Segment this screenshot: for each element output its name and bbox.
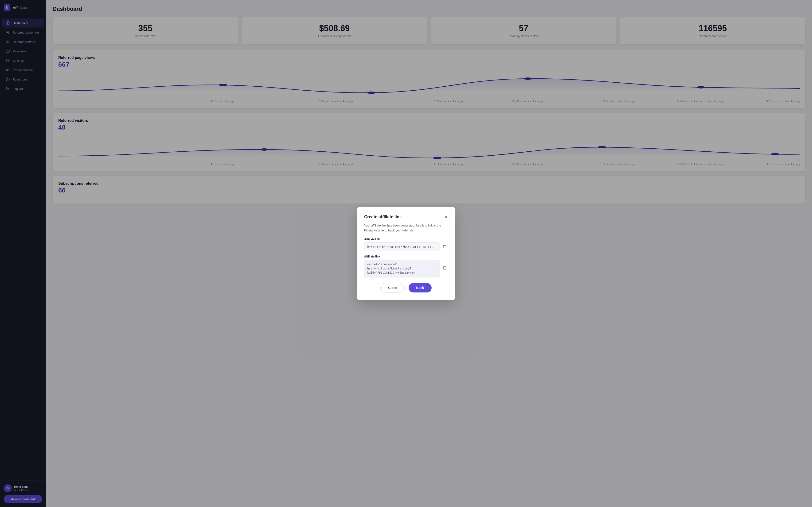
affiliate-link-field: Affiliate link	[364, 255, 448, 277]
modal-header: Create affiliate link ✕	[364, 215, 448, 219]
affiliate-link-textarea[interactable]	[364, 260, 440, 277]
copy-link-button[interactable]	[442, 265, 448, 272]
modal-backdrop[interactable]: Create affiliate link ✕ Your affiliate l…	[0, 0, 812, 507]
copy-url-button[interactable]	[442, 243, 448, 250]
create-affiliate-link-modal: Create affiliate link ✕ Your affiliate l…	[357, 207, 455, 300]
link-label: Affiliate link	[364, 255, 448, 258]
modal-actions: Close Back	[364, 283, 448, 292]
svg-rect-33	[444, 267, 446, 270]
back-button[interactable]: Back	[409, 283, 432, 292]
modal-close-button[interactable]: ✕	[444, 215, 448, 219]
url-field-row	[364, 242, 448, 251]
close-icon: ✕	[444, 215, 448, 219]
svg-rect-32	[444, 245, 446, 248]
affiliate-url-field: Affiliate URL	[364, 238, 448, 251]
copy-icon	[443, 246, 447, 249]
link-field-row	[364, 260, 448, 277]
close-button[interactable]: Close	[380, 283, 405, 292]
copy-link-icon	[443, 267, 447, 271]
url-label: Affiliate URL	[364, 238, 448, 241]
modal-title: Create affiliate link	[364, 215, 402, 219]
modal-description: Your affiliate link has been generated. …	[364, 223, 448, 233]
affiliate-url-input[interactable]	[364, 242, 440, 251]
